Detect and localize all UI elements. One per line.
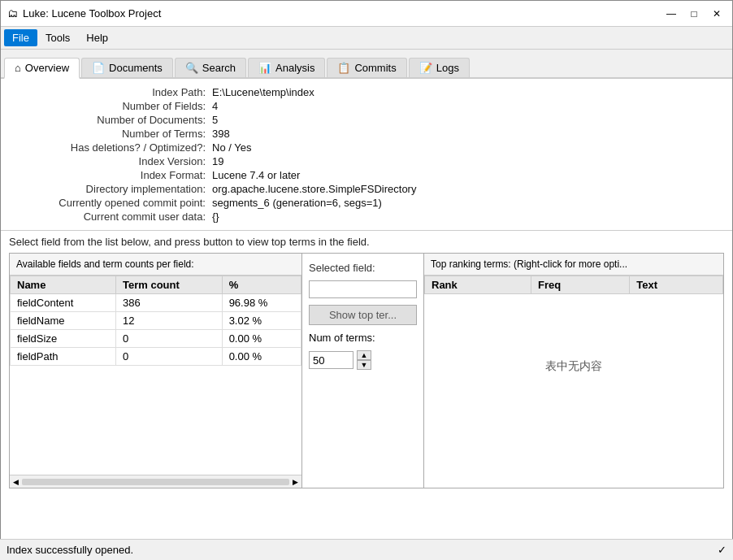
tab-documents[interactable]: 📄 Documents [81,58,173,77]
hscroll-left-icon: ◀ [13,478,19,486]
hscroll-right-icon: ▶ [293,478,298,486]
logs-icon: 📝 [419,62,432,74]
info-value: 4 [212,100,218,112]
info-row: Index Version:19 [1,154,732,168]
selected-field-input[interactable] [309,280,417,298]
field-name: fieldName [11,312,116,330]
status-bar: Index successfully opened. ✓ [0,539,733,560]
info-value: E:\Lucene\temp\index [212,86,314,98]
field-name: fieldPath [11,348,116,366]
analysis-icon: 📊 [258,62,271,74]
info-row: Has deletions? / Optimized?:No / Yes [1,141,732,154]
spinner-up-button[interactable]: ▲ [357,350,371,360]
mid-panel: Selected field: Show top ter... Num of t… [302,254,424,488]
col-percent: % [222,276,301,294]
field-percent: 0.00 % [222,330,301,348]
field-name: fieldSize [11,330,116,348]
right-panel-title: Top ranking terms: (Right-click for more… [424,254,723,276]
minimize-button[interactable]: — [662,5,680,23]
info-row: Number of Terms:398 [1,127,732,141]
spinner-down-button[interactable]: ▼ [357,360,371,370]
info-row: Currently opened commit point:segments_6… [1,196,732,210]
menu-file[interactable]: File [4,29,37,46]
field-name: fieldContent [11,294,116,312]
field-term-count: 0 [115,330,222,348]
info-rows: Index Path:E:\Lucene\temp\indexNumber of… [1,85,732,224]
tab-overview-label: Overview [25,62,69,74]
right-panel: Top ranking terms: (Right-click for more… [424,254,723,488]
info-value: 5 [212,114,218,126]
info-label: Number of Terms: [1,128,212,140]
info-value: org.apache.lucene.store.SimpleFSDirector… [212,183,416,195]
lower-section: Available fields and term counts per fie… [9,253,724,488]
table-row[interactable]: fieldName123.02 % [11,312,301,330]
description-bar: Select field from the list below, and pr… [1,231,732,253]
num-terms-input[interactable] [309,351,353,369]
selected-field-label: Selected field: [309,262,417,274]
spinner-buttons: ▲ ▼ [357,350,371,370]
tab-analysis[interactable]: 📊 Analysis [248,58,325,77]
menu-help[interactable]: Help [78,29,116,46]
table-row[interactable]: fieldPath00.00 % [11,348,301,366]
info-value: 19 [212,155,223,167]
info-row: Number of Documents:5 [1,113,732,127]
tab-overview[interactable]: ⌂ Overview [4,58,80,79]
field-term-count: 12 [115,312,222,330]
info-label: Current commit user data: [1,211,212,223]
info-label: Directory implementation: [1,183,212,195]
field-percent: 3.02 % [222,312,301,330]
col-name: Name [11,276,116,294]
close-button[interactable]: ✕ [708,5,726,23]
info-label: Index Path: [1,86,212,98]
fields-table-scroll[interactable]: Name Term count % fieldContent38696.98 %… [10,276,301,475]
info-row: Index Path:E:\Lucene\temp\index [1,85,732,99]
hscroll-bar[interactable]: ◀ ▶ [10,475,301,488]
tab-search-label: Search [202,62,236,74]
menu-bar: File Tools Help [1,27,732,50]
menu-tools[interactable]: Tools [37,29,78,46]
tab-search[interactable]: 🔍 Search [175,58,246,77]
window-title: Luke: Lucene Toolbox Project [23,7,161,20]
tab-commits[interactable]: 📋 Commits [327,58,406,77]
empty-table-message: 表中无内容 [425,294,723,440]
title-bar-buttons: — □ ✕ [662,5,726,23]
left-panel-title: Available fields and term counts per fie… [10,254,301,276]
info-value: segments_6 (generation=6, segs=1) [212,197,382,209]
tab-documents-label: Documents [109,62,163,74]
info-value: 398 [212,128,230,140]
info-label: Currently opened commit point: [1,197,212,209]
tab-logs-label: Logs [436,62,459,74]
search-icon: 🔍 [185,62,198,74]
info-value: No / Yes [212,141,251,154]
table-row[interactable]: fieldContent38696.98 % [11,294,301,312]
commits-icon: 📋 [337,62,350,74]
info-section: Index Path:E:\Lucene\temp\indexNumber of… [1,79,732,231]
info-label: Has deletions? / Optimized?: [1,141,212,154]
table-row[interactable]: fieldSize00.00 % [11,330,301,348]
tab-analysis-label: Analysis [275,62,314,74]
documents-icon: 📄 [92,62,105,74]
tab-commits-label: Commits [354,62,396,74]
tab-logs[interactable]: 📝 Logs [409,58,470,77]
col-freq: Freq [531,276,629,294]
fields-table: Name Term count % fieldContent38696.98 %… [10,276,301,366]
field-percent: 0.00 % [222,348,301,366]
main-area: Index Path:E:\Lucene\temp\indexNumber of… [1,79,732,559]
field-percent: 96.98 % [222,294,301,312]
field-term-count: 386 [115,294,222,312]
hscroll-track[interactable] [22,479,289,485]
fields-tbody: fieldContent38696.98 %fieldName123.02 %f… [11,294,301,366]
info-label: Index Version: [1,155,212,167]
overview-icon: ⌂ [15,62,21,74]
num-terms-label: Num of terms: [309,332,417,344]
status-icon: ✓ [718,544,726,556]
status-message: Index successfully opened. [7,544,133,556]
info-label: Index Format: [1,169,212,181]
maximize-button[interactable]: □ [685,5,703,23]
num-terms-row: ▲ ▼ [309,350,417,370]
left-panel: Available fields and term counts per fie… [10,254,302,488]
top-terms-empty-row: 表中无内容 [425,294,723,440]
title-bar-left: 🗂 Luke: Lucene Toolbox Project [7,7,161,20]
show-top-terms-button[interactable]: Show top ter... [309,305,417,325]
info-value: {} [212,211,219,223]
